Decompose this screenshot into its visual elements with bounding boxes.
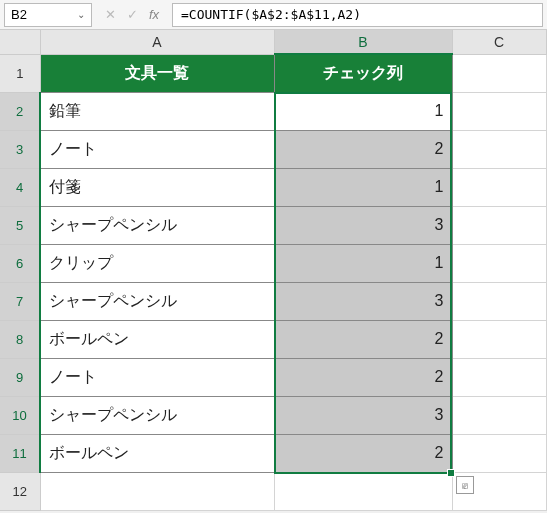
- formula-bar-icons: ✕ ✓ fx: [96, 7, 168, 23]
- cancel-icon: ✕: [102, 7, 118, 23]
- row-header-11[interactable]: 11: [0, 434, 40, 472]
- row-header-9[interactable]: 9: [0, 358, 40, 396]
- cell-c3[interactable]: [452, 130, 546, 168]
- cell-a3[interactable]: ノート: [40, 130, 274, 168]
- cell-a11[interactable]: ボールペン: [40, 434, 274, 472]
- formula-text: =COUNTIF($A$2:$A$11,A2): [181, 7, 361, 22]
- row-header-12[interactable]: 12: [0, 472, 40, 510]
- cell-c5[interactable]: [452, 206, 546, 244]
- cell-a9[interactable]: ノート: [40, 358, 274, 396]
- cell-c8[interactable]: [452, 320, 546, 358]
- row-header-4[interactable]: 4: [0, 168, 40, 206]
- cell-a2[interactable]: 鉛筆: [40, 92, 274, 130]
- row-header-8[interactable]: 8: [0, 320, 40, 358]
- cell-b12[interactable]: [274, 472, 452, 510]
- select-all-corner[interactable]: [0, 30, 40, 54]
- spreadsheet-grid: A B C 1 文具一覧 チェック列 2 鉛筆 1 3 ノート 2 4 付箋 1: [0, 30, 547, 511]
- fx-icon[interactable]: fx: [146, 7, 162, 23]
- cell-b11[interactable]: 2: [274, 434, 452, 472]
- col-header-c[interactable]: C: [452, 30, 546, 54]
- cell-b8[interactable]: 2: [274, 320, 452, 358]
- name-box-value: B2: [11, 7, 27, 22]
- row-header-10[interactable]: 10: [0, 396, 40, 434]
- cell-a8[interactable]: ボールペン: [40, 320, 274, 358]
- cell-a7[interactable]: シャープペンシル: [40, 282, 274, 320]
- cell-a10[interactable]: シャープペンシル: [40, 396, 274, 434]
- row-header-6[interactable]: 6: [0, 244, 40, 282]
- row-header-3[interactable]: 3: [0, 130, 40, 168]
- formula-input[interactable]: =COUNTIF($A$2:$A$11,A2): [172, 3, 543, 27]
- cell-b3[interactable]: 2: [274, 130, 452, 168]
- formula-bar: B2 ⌄ ✕ ✓ fx =COUNTIF($A$2:$A$11,A2): [0, 0, 547, 30]
- cell-b2[interactable]: 1: [274, 92, 452, 130]
- cell-c1[interactable]: [452, 54, 546, 92]
- cell-b5[interactable]: 3: [274, 206, 452, 244]
- row-header-1[interactable]: 1: [0, 54, 40, 92]
- row-header-5[interactable]: 5: [0, 206, 40, 244]
- cell-c9[interactable]: [452, 358, 546, 396]
- cell-a4[interactable]: 付箋: [40, 168, 274, 206]
- chevron-down-icon[interactable]: ⌄: [77, 9, 85, 20]
- cell-b6[interactable]: 1: [274, 244, 452, 282]
- cell-a12[interactable]: [40, 472, 274, 510]
- row-header-2[interactable]: 2: [0, 92, 40, 130]
- grid-table: A B C 1 文具一覧 チェック列 2 鉛筆 1 3 ノート 2 4 付箋 1: [0, 30, 547, 511]
- name-box[interactable]: B2 ⌄: [4, 3, 92, 27]
- cell-b9[interactable]: 2: [274, 358, 452, 396]
- cell-c6[interactable]: [452, 244, 546, 282]
- cell-c4[interactable]: [452, 168, 546, 206]
- col-header-a[interactable]: A: [40, 30, 274, 54]
- enter-icon: ✓: [124, 7, 140, 23]
- cell-b10[interactable]: 3: [274, 396, 452, 434]
- cell-b7[interactable]: 3: [274, 282, 452, 320]
- cell-a1[interactable]: 文具一覧: [40, 54, 274, 92]
- cell-a5[interactable]: シャープペンシル: [40, 206, 274, 244]
- cell-c7[interactable]: [452, 282, 546, 320]
- cell-c10[interactable]: [452, 396, 546, 434]
- quick-analysis-button[interactable]: ⎚: [456, 476, 474, 494]
- row-header-7[interactable]: 7: [0, 282, 40, 320]
- cell-c2[interactable]: [452, 92, 546, 130]
- col-header-b[interactable]: B: [274, 30, 452, 54]
- cell-a6[interactable]: クリップ: [40, 244, 274, 282]
- cell-b4[interactable]: 1: [274, 168, 452, 206]
- cell-b1[interactable]: チェック列: [274, 54, 452, 92]
- quick-analysis-icon: ⎚: [462, 480, 468, 491]
- cell-c11[interactable]: [452, 434, 546, 472]
